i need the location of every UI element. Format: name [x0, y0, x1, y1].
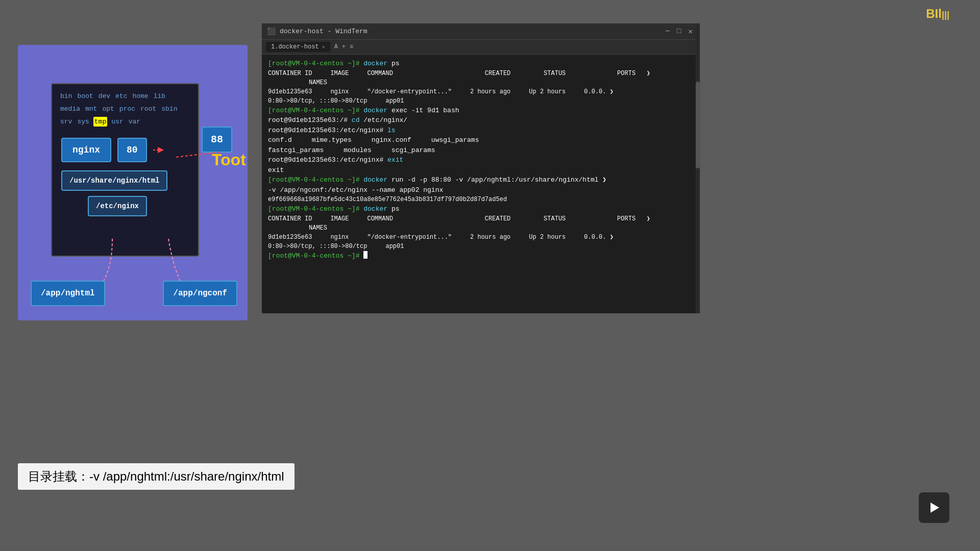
terminal-window: ⬛ docker-host - WindTerm ─ □ ✕ 1.docker-…	[261, 23, 700, 314]
line-1: [root@VM-0-4-centos ~]# docker ps	[268, 59, 694, 69]
line-8: root@9d1eb1235e63:/etc/nginx# ls	[268, 126, 694, 136]
terminal-tabs: 1.docker-host ✕ A + ≡	[262, 40, 700, 55]
fs-sbin: sbin	[160, 104, 178, 114]
fs-mnt: mnt	[84, 104, 98, 114]
terminal-body[interactable]: [root@VM-0-4-centos ~]# docker ps CONTAI…	[262, 55, 700, 313]
close-button[interactable]: ✕	[687, 27, 695, 36]
fs-media: media	[59, 104, 81, 114]
fs-lib: lib	[153, 91, 166, 101]
fs-bin: bin	[59, 91, 73, 101]
line-20: 0:80->80/tcp, :::80->80/tcp app01	[268, 242, 694, 251]
line-6: [root@VM-0-4-centos ~]# docker exec -it …	[268, 106, 694, 116]
line-9: conf.d mime.types nginx.conf uwsgi_param…	[268, 135, 694, 145]
terminal-titlebar: ⬛ docker-host - WindTerm ─ □ ✕	[262, 23, 700, 40]
line-19: 9d1eb1235e63 nginx "/docker-entrypoint..…	[268, 233, 694, 242]
fs-usr: usr	[110, 117, 124, 127]
port-inner: 80	[117, 138, 147, 162]
play-icon	[926, 500, 942, 515]
fs-sys: sys	[76, 117, 90, 127]
brand-watermark: BIl|||	[926, 5, 949, 21]
subtitle-bar: 目录挂载：-v /app/nghtml:/usr/share/nginx/htm…	[18, 463, 295, 490]
brand-text: BIl	[926, 7, 942, 20]
line-17: CONTAINER ID IMAGE COMMAND CREATED STATU…	[268, 214, 694, 223]
line-2: CONTAINER ID IMAGE COMMAND CREATED STATU…	[268, 69, 694, 78]
line-21: [root@VM-0-4-centos ~]#	[268, 251, 694, 261]
tab-label: 1.docker-host	[271, 43, 319, 51]
brand-bar: |||	[942, 10, 949, 20]
fs-tmp: tmp	[93, 117, 107, 127]
minimize-button[interactable]: ─	[664, 27, 672, 36]
fs-root: root	[139, 104, 157, 114]
fs-home: home	[131, 91, 149, 101]
fs-etc: etc	[114, 91, 128, 101]
maximize-button[interactable]: □	[675, 27, 683, 36]
host-html-box: /app/nghtml	[31, 281, 105, 306]
terminal-scrollbar[interactable]	[696, 23, 700, 313]
line-10: fastcgi_params modules scgi_params	[268, 145, 694, 156]
subtitle-text: 目录挂载：-v /app/nghtml:/usr/share/nginx/htm…	[28, 469, 284, 483]
fs-boot: boot	[76, 91, 94, 101]
line-18: NAMES	[268, 223, 694, 233]
diagram-panel: bin boot dev etc home lib media mnt opt …	[18, 45, 248, 320]
vol-nginx-inner: /etc/nginx	[88, 196, 147, 216]
terminal-app-icon: ⬛	[267, 27, 276, 36]
tab-docker-host[interactable]: 1.docker-host ✕	[266, 42, 330, 52]
line-16: [root@VM-0-4-centos ~]# docker ps	[268, 204, 694, 214]
fs-srv: srv	[59, 117, 73, 127]
line-7: root@9d1eb1235e63:/# cd /etc/nginx/	[268, 115, 694, 126]
nginx-label: nginx	[61, 138, 111, 162]
tab-close-icon[interactable]: ✕	[322, 44, 325, 50]
port-outer: 88	[202, 127, 232, 153]
vol-html-inner: /usr/share/nginx/html	[61, 170, 167, 191]
terminal-controls[interactable]: ─ □ ✕	[664, 27, 695, 36]
fs-dev: dev	[97, 91, 111, 101]
fs-opt: opt	[101, 104, 115, 114]
line-3: NAMES	[268, 78, 694, 87]
tab-add-icon[interactable]: A	[334, 43, 338, 51]
fs-var: var	[128, 117, 141, 127]
line-5: 0:80->80/tcp, :::80->80/tcp app01	[268, 96, 694, 106]
docker-container-box: bin boot dev etc home lib media mnt opt …	[51, 83, 199, 257]
tab-menu-icon[interactable]: ≡	[350, 43, 353, 51]
line-4: 9d1eb1235e63 nginx "/docker-entrypoint..…	[268, 87, 694, 96]
line-15: e9f669668a19687bfe5dc43c10a8e85e7762e45a…	[268, 195, 694, 204]
terminal-title: docker-host - WindTerm	[280, 28, 659, 35]
play-button[interactable]	[919, 492, 949, 523]
toot-label: Toot	[212, 151, 246, 169]
line-13: [root@VM-0-4-centos ~]# docker run -d -p…	[268, 175, 694, 185]
tab-plus-icon[interactable]: +	[342, 43, 346, 51]
line-14: -v /app/ngconf:/etc/nginx --name app02 n…	[268, 185, 694, 195]
line-12: exit	[268, 165, 694, 176]
fs-proc: proc	[118, 104, 136, 114]
host-ngconf-box: /app/ngconf	[163, 281, 237, 306]
line-11: root@9d1eb1235e63:/etc/nginx# exit	[268, 155, 694, 165]
